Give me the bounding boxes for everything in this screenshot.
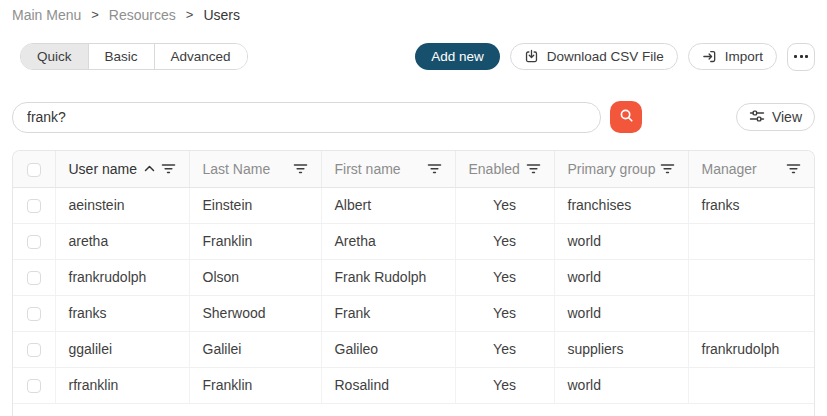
sliders-icon xyxy=(749,108,765,127)
cell-first-name: Albert xyxy=(321,187,455,223)
table-row: franks Sherwood Frank Yes world xyxy=(13,295,814,331)
cell-first-name: Rosalind xyxy=(321,367,455,403)
breadcrumb-main-menu[interactable]: Main Menu xyxy=(12,7,81,23)
cell-enabled: Yes xyxy=(455,367,554,403)
table-row: frankrudolph Olson Frank Rudolph Yes wor… xyxy=(13,259,814,295)
tab-advanced[interactable]: Advanced xyxy=(155,44,247,69)
row-select-cell xyxy=(13,259,55,295)
cell-last-name: Franklin xyxy=(189,367,321,403)
cell-last-name: Galilei xyxy=(189,331,321,367)
tab-quick[interactable]: Quick xyxy=(21,44,89,69)
row-select-cell xyxy=(13,367,55,403)
search-mode-tabs: Quick Basic Advanced xyxy=(20,43,248,70)
cell-user-name: ggalilei xyxy=(55,331,189,367)
row-checkbox[interactable] xyxy=(27,199,41,213)
column-header-last-name[interactable]: Last Name xyxy=(189,151,321,187)
filter-icon[interactable] xyxy=(293,162,308,175)
cell-primary-group: franchises xyxy=(554,187,688,223)
breadcrumb: Main Menu > Resources > Users xyxy=(12,0,815,22)
cell-last-name: Franklin xyxy=(189,223,321,259)
cell-enabled: Yes xyxy=(455,259,554,295)
column-header-user-name[interactable]: User name xyxy=(55,151,189,187)
row-select-cell xyxy=(13,187,55,223)
row-checkbox[interactable] xyxy=(27,307,41,321)
select-all-cell xyxy=(13,151,55,187)
row-checkbox[interactable] xyxy=(27,271,41,285)
cell-primary-group: world xyxy=(554,223,688,259)
download-csv-button[interactable]: Download CSV File xyxy=(510,43,678,70)
ellipsis-icon xyxy=(794,55,797,58)
cell-first-name: Aretha xyxy=(321,223,455,259)
column-header-first-name[interactable]: First name xyxy=(321,151,455,187)
filter-icon[interactable] xyxy=(660,162,675,175)
cell-enabled: Yes xyxy=(455,331,554,367)
cell-enabled: Yes xyxy=(455,295,554,331)
filter-icon[interactable] xyxy=(427,162,442,175)
table-header-row: User name Last Name xyxy=(13,151,814,187)
cell-first-name: Frank Rudolph xyxy=(321,259,455,295)
cell-user-name: aeinstein xyxy=(55,187,189,223)
select-all-checkbox[interactable] xyxy=(27,163,41,177)
sort-ascending-icon xyxy=(144,165,155,172)
column-header-manager[interactable]: Manager xyxy=(688,151,814,187)
more-actions-button[interactable] xyxy=(787,43,815,71)
cell-user-name: aretha xyxy=(55,223,189,259)
cell-primary-group: world xyxy=(554,367,688,403)
table-row: aeinstein Einstein Albert Yes franchises… xyxy=(13,187,814,223)
breadcrumb-separator: > xyxy=(186,7,194,22)
search-row: View xyxy=(12,101,815,133)
cell-enabled: Yes xyxy=(455,223,554,259)
search-icon xyxy=(619,108,634,126)
download-icon xyxy=(524,49,539,64)
column-header-primary-group[interactable]: Primary group xyxy=(554,151,688,187)
cell-user-name: franks xyxy=(55,295,189,331)
cell-manager xyxy=(688,295,814,331)
tab-basic[interactable]: Basic xyxy=(89,44,155,69)
row-checkbox[interactable] xyxy=(27,343,41,357)
view-button[interactable]: View xyxy=(736,103,815,131)
row-select-cell xyxy=(13,331,55,367)
row-select-cell xyxy=(13,295,55,331)
breadcrumb-resources[interactable]: Resources xyxy=(109,7,176,23)
cell-user-name: rfranklin xyxy=(55,367,189,403)
cell-enabled: Yes xyxy=(455,187,554,223)
cell-manager xyxy=(688,259,814,295)
row-checkbox[interactable] xyxy=(27,235,41,249)
download-csv-label: Download CSV File xyxy=(547,49,664,64)
table-row: ggalilei Galilei Galileo Yes suppliers f… xyxy=(13,331,814,367)
cell-first-name: Galileo xyxy=(321,331,455,367)
add-new-button[interactable]: Add new xyxy=(415,43,500,70)
cell-primary-group: suppliers xyxy=(554,331,688,367)
row-select-cell xyxy=(13,223,55,259)
cell-last-name: Einstein xyxy=(189,187,321,223)
table-row: aretha Franklin Aretha Yes world xyxy=(13,223,814,259)
row-checkbox[interactable] xyxy=(27,379,41,393)
cell-primary-group: world xyxy=(554,295,688,331)
table-body: aeinstein Einstein Albert Yes franchises… xyxy=(13,187,814,403)
cell-first-name: Frank xyxy=(321,295,455,331)
cell-manager: franks xyxy=(688,187,814,223)
cell-manager: frankrudolph xyxy=(688,331,814,367)
cell-last-name: Sherwood xyxy=(189,295,321,331)
page: Main Menu > Resources > Users Quick Basi… xyxy=(0,0,827,416)
toolbar-actions: Add new Download CSV File Impor xyxy=(415,43,815,71)
import-icon xyxy=(702,49,717,64)
breadcrumb-users: Users xyxy=(203,7,240,23)
toolbar: Quick Basic Advanced Add new Download CS… xyxy=(12,43,815,70)
cell-last-name: Olson xyxy=(189,259,321,295)
filter-icon[interactable] xyxy=(786,162,801,175)
import-label: Import xyxy=(725,49,763,64)
column-header-enabled[interactable]: Enabled xyxy=(455,151,554,187)
view-label: View xyxy=(772,109,802,125)
breadcrumb-separator: > xyxy=(91,7,99,22)
import-button[interactable]: Import xyxy=(688,43,777,70)
filter-icon[interactable] xyxy=(161,162,176,175)
cell-manager xyxy=(688,223,814,259)
cell-user-name: frankrudolph xyxy=(55,259,189,295)
cell-manager xyxy=(688,367,814,403)
search-input[interactable] xyxy=(12,102,601,133)
cell-primary-group: world xyxy=(554,259,688,295)
users-table: User name Last Name xyxy=(12,150,815,416)
filter-icon[interactable] xyxy=(526,162,541,175)
search-button[interactable] xyxy=(610,101,642,133)
